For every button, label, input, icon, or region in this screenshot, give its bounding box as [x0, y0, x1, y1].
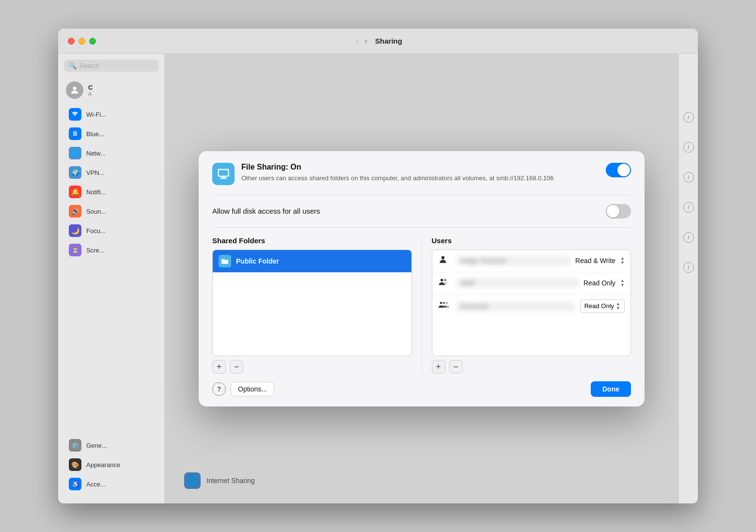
sidebar-item-accessibility[interactable]: ♿ Acce...: [61, 474, 165, 494]
user-icon-3: [438, 300, 452, 312]
svg-point-3: [441, 256, 444, 259]
file-sharing-left: File Sharing: On Other users can access …: [212, 163, 554, 185]
options-button[interactable]: Options...: [231, 382, 274, 396]
search-icon: 🔍: [69, 62, 77, 69]
sidebar-item-accessibility-label: Acce...: [86, 481, 106, 488]
user-name: C: [88, 84, 93, 91]
user-profile: C A: [58, 78, 164, 105]
sidebar-item-sound-label: Soun...: [86, 208, 106, 215]
sidebar-item-wifi[interactable]: Wi-Fi...: [61, 105, 161, 124]
user-name-2: Staff: [457, 278, 579, 288]
sidebar-item-focus[interactable]: 🌙 Focu...: [61, 221, 161, 240]
wifi-icon: [69, 108, 81, 121]
user-perm-select-3[interactable]: Read Only ▲ ▼: [580, 299, 625, 313]
forward-button[interactable]: ›: [362, 35, 369, 47]
user-list: Helga Thorsten Read & Write ▲ ▼: [432, 250, 631, 356]
help-button[interactable]: ?: [212, 382, 226, 396]
file-sharing-header: File Sharing: On Other users can access …: [212, 163, 631, 195]
two-column-layout: Shared Folders: [212, 236, 631, 374]
back-button[interactable]: ‹: [354, 35, 361, 47]
stepper-down-3[interactable]: ▼: [616, 306, 620, 311]
info-icon-5[interactable]: i: [683, 232, 694, 243]
info-icon-4[interactable]: i: [683, 202, 694, 213]
user-stepper-2[interactable]: ▲ ▼: [620, 279, 625, 287]
modal-footer: ? Options... Done: [199, 374, 645, 407]
sidebar-item-sound[interactable]: 🔊 Soun...: [61, 202, 161, 221]
search-bar[interactable]: 🔍 Search: [64, 60, 158, 72]
stepper-down-1[interactable]: ▼: [620, 261, 625, 265]
folder-add-remove-row: + −: [212, 356, 412, 374]
window-title: Sharing: [375, 37, 402, 45]
disk-access-toggle[interactable]: [606, 204, 631, 219]
done-button[interactable]: Done: [591, 381, 631, 397]
toggle-knob: [617, 164, 630, 176]
screentime-icon: ⏳: [69, 244, 81, 256]
file-sharing-toggle[interactable]: [606, 163, 631, 177]
footer-left: ? Options...: [212, 382, 274, 396]
shared-folders-column: Shared Folders: [212, 236, 422, 374]
user-add-button[interactable]: +: [432, 360, 445, 374]
user-stepper-3[interactable]: ▲ ▼: [616, 302, 620, 311]
stepper-down-2[interactable]: ▼: [620, 283, 625, 287]
maximize-button[interactable]: [89, 38, 96, 45]
info-icon-2[interactable]: i: [683, 142, 694, 153]
search-placeholder: Search: [79, 62, 99, 69]
file-sharing-description: Other users can access shared folders on…: [241, 173, 554, 183]
modal-body: File Sharing: On Other users can access …: [212, 151, 631, 374]
user-icon-1: [438, 255, 452, 267]
vpn-icon: 🌍: [69, 166, 81, 179]
file-sharing-text: File Sharing: On Other users can access …: [241, 163, 554, 183]
file-sharing-title: File Sharing: On: [241, 163, 554, 172]
bluetooth-icon: B: [69, 127, 81, 140]
content-area: 🔍 Search C A: [58, 54, 698, 503]
close-button[interactable]: [68, 38, 75, 45]
user-stepper-1[interactable]: ▲ ▼: [620, 256, 625, 265]
avatar: [66, 81, 83, 99]
folder-add-button[interactable]: +: [212, 360, 226, 374]
sidebar-item-wifi-label: Wi-Fi...: [86, 111, 106, 118]
svg-point-5: [444, 279, 447, 282]
macos-window: ‹ › Sharing 🔍 Search C: [58, 29, 698, 503]
modal-dialog: File Sharing: On Other users can access …: [199, 151, 645, 407]
sidebar-item-screentime-label: Scre...: [86, 247, 105, 254]
sidebar-item-appearance[interactable]: 🎨 Appearance: [61, 455, 165, 474]
info-icon-1[interactable]: i: [683, 112, 694, 123]
disk-access-row: Allow full disk access for all users: [212, 195, 631, 228]
folder-remove-button[interactable]: −: [230, 360, 243, 374]
folder-item-public[interactable]: Public Folder: [213, 250, 411, 272]
user-info: C A: [88, 84, 93, 97]
folder-item-label: Public Folder: [236, 257, 279, 265]
disk-access-label: Allow full disk access for all users: [212, 207, 320, 215]
title-bar-center: ‹ › Sharing: [354, 35, 402, 47]
modal-overlay: File Sharing: On Other users can access …: [165, 54, 678, 503]
sidebar-item-network-label: Netw...: [86, 150, 106, 157]
user-name-1: Helga Thorsten: [457, 256, 571, 266]
user-row-1: Helga Thorsten Read & Write ▲ ▼: [432, 250, 631, 272]
sidebar: 🔍 Search C A: [58, 54, 165, 503]
user-perm-2: Read Only: [583, 279, 615, 287]
sidebar-item-screentime[interactable]: ⏳ Scre...: [61, 240, 161, 260]
user-sub: A: [88, 91, 93, 97]
minimize-button[interactable]: [79, 38, 85, 45]
user-remove-button[interactable]: −: [449, 360, 463, 374]
user-name-3: Everyone: [457, 301, 575, 311]
title-bar: ‹ › Sharing: [58, 29, 698, 54]
sidebar-item-vpn[interactable]: 🌍 VPN...: [61, 163, 161, 182]
sidebar-item-notifications-label: Notifi...: [86, 188, 106, 196]
svg-point-0: [73, 87, 76, 90]
main-panel: 🌐 Internet Sharing: [165, 54, 678, 503]
sidebar-item-appearance-label: Appearance: [86, 461, 120, 469]
sidebar-item-vpn-label: VPN...: [86, 169, 105, 176]
sidebar-item-bluetooth[interactable]: B Blue...: [61, 124, 161, 143]
info-icon-3[interactable]: i: [683, 172, 694, 183]
modal-scroll[interactable]: File Sharing: On Other users can access …: [199, 151, 645, 374]
info-icon-6[interactable]: i: [683, 262, 694, 273]
general-icon: ⚙️: [69, 439, 81, 452]
sidebar-item-notifications[interactable]: 🔔 Notifi...: [61, 182, 161, 202]
user-add-remove-row: + −: [432, 356, 631, 374]
user-icon-2: [438, 277, 452, 289]
network-icon: 🌐: [69, 147, 81, 159]
sidebar-item-network[interactable]: 🌐 Netw...: [61, 143, 161, 163]
sidebar-item-general[interactable]: ⚙️ Gene...: [61, 436, 165, 455]
svg-point-8: [445, 302, 448, 304]
